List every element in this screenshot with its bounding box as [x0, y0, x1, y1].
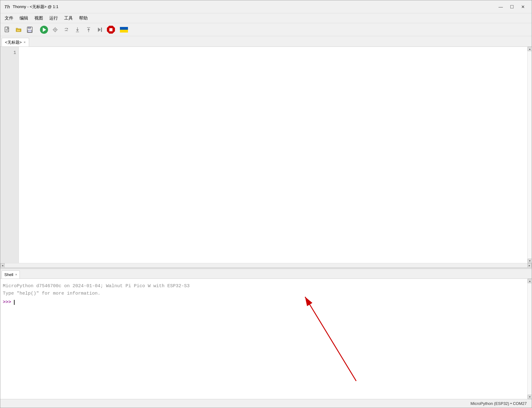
- menu-view[interactable]: 视图: [31, 14, 46, 22]
- shell-prompt: >>>: [3, 300, 11, 305]
- editor-tab[interactable]: <无标题> ×: [2, 38, 29, 46]
- debug-icon: [52, 26, 59, 33]
- menu-bar: 文件 编辑 视图 运行 工具 帮助: [0, 13, 532, 23]
- main-window: Th Thonny - <无标题> @ 1:1 — ☐ ✕ 文件 编辑 视图 运…: [0, 0, 532, 408]
- close-button[interactable]: ✕: [518, 2, 528, 11]
- step-out-button[interactable]: [83, 24, 94, 35]
- shell-tab-label: Shell: [4, 272, 13, 277]
- editor-tab-close[interactable]: ×: [24, 41, 25, 44]
- stop-button[interactable]: [106, 24, 116, 35]
- svg-rect-4: [28, 27, 31, 29]
- shell-tab-close[interactable]: ×: [15, 273, 17, 276]
- menu-help[interactable]: 帮助: [76, 14, 91, 22]
- shell-scroll-up-button[interactable]: ▲: [528, 279, 532, 283]
- status-bar: MicroPython (ESP32) • COM27: [0, 399, 532, 408]
- resume-icon: [96, 26, 103, 33]
- editor-content[interactable]: [19, 47, 527, 263]
- editor-pane: 1 ▲ ▼: [0, 47, 532, 263]
- step-over-button[interactable]: [61, 24, 72, 35]
- shell-text[interactable]: MicroPython d7546700c on 2024-01-04; Wal…: [0, 279, 527, 399]
- svg-marker-16: [76, 29, 79, 31]
- menu-run[interactable]: 运行: [46, 14, 61, 22]
- stop-icon: [107, 26, 115, 34]
- svg-marker-19: [87, 28, 90, 30]
- new-file-icon: [4, 26, 11, 33]
- menu-tools[interactable]: 工具: [61, 14, 76, 22]
- title-bar-left: Th Thonny - <无标题> @ 1:1: [4, 4, 59, 10]
- shell-scroll-down-button[interactable]: ▼: [528, 395, 532, 399]
- ukraine-flag-icon: [120, 27, 128, 33]
- maximize-button[interactable]: ☐: [507, 2, 517, 11]
- shell-tab-bar: Shell ×: [0, 269, 532, 279]
- shell-line-2: Type "help()" for more information.: [3, 290, 525, 297]
- window-controls: — ☐ ✕: [496, 2, 528, 11]
- editor-scrollbar-horizontal-container: ◄ ►: [0, 263, 532, 267]
- menu-edit[interactable]: 编辑: [16, 14, 31, 22]
- shell-tab[interactable]: Shell ×: [2, 270, 20, 279]
- debug-button[interactable]: [50, 24, 60, 35]
- app-icon: Th: [4, 4, 10, 10]
- shell-line-1: MicroPython d7546700c on 2024-01-04; Wal…: [3, 283, 525, 290]
- shell-panel: Shell × MicroPython d7546700c on 2024-01…: [0, 269, 532, 399]
- resume-button[interactable]: [95, 24, 105, 35]
- minimize-button[interactable]: —: [496, 2, 506, 11]
- line-number-1: 1: [0, 49, 19, 56]
- new-file-button[interactable]: [2, 24, 13, 35]
- editor-tab-label: <无标题>: [5, 40, 22, 45]
- menu-file[interactable]: 文件: [2, 14, 16, 22]
- shell-scrollbar-vertical[interactable]: ▲ ▼: [527, 279, 532, 399]
- shell-scroll-track-v[interactable]: [528, 283, 532, 395]
- scroll-track-v[interactable]: [528, 51, 532, 259]
- open-file-button[interactable]: [13, 24, 24, 35]
- shell-content: MicroPython d7546700c on 2024-01-04; Wal…: [0, 279, 532, 399]
- status-text: MicroPython (ESP32) • COM27: [470, 401, 527, 406]
- ukraine-flag-button[interactable]: [119, 24, 129, 35]
- title-bar: Th Thonny - <无标题> @ 1:1 — ☐ ✕: [0, 0, 532, 13]
- line-numbers: 1: [0, 47, 19, 263]
- step-out-icon: [85, 26, 92, 33]
- svg-rect-22: [101, 28, 102, 32]
- save-file-button[interactable]: [24, 24, 35, 35]
- step-into-button[interactable]: [72, 24, 83, 35]
- step-into-icon: [74, 26, 81, 33]
- play-icon: [40, 26, 48, 34]
- save-file-icon: [26, 26, 33, 33]
- shell-prompt-line: >>>: [3, 299, 525, 306]
- scroll-up-button[interactable]: ▲: [528, 47, 532, 51]
- svg-point-7: [55, 29, 56, 30]
- shell-cursor: [14, 300, 15, 305]
- toolbar: [0, 23, 532, 36]
- scroll-track-h[interactable]: [5, 263, 527, 267]
- editor-area: 1 ▲ ▼ ◄ ►: [0, 47, 532, 267]
- scroll-left-button[interactable]: ◄: [0, 263, 5, 268]
- scroll-right-button[interactable]: ►: [527, 263, 532, 268]
- scroll-down-button[interactable]: ▼: [528, 259, 532, 263]
- step-over-icon: [63, 26, 70, 33]
- svg-rect-5: [28, 30, 32, 32]
- window-title: Thonny - <无标题> @ 1:1: [13, 4, 59, 10]
- editor-scrollbar-vertical[interactable]: ▲ ▼: [527, 47, 532, 263]
- svg-marker-21: [98, 28, 101, 32]
- play-triangle: [43, 28, 46, 32]
- editor-tab-bar: <无标题> ×: [0, 36, 532, 47]
- run-button[interactable]: [39, 24, 49, 35]
- open-file-icon: [15, 26, 22, 33]
